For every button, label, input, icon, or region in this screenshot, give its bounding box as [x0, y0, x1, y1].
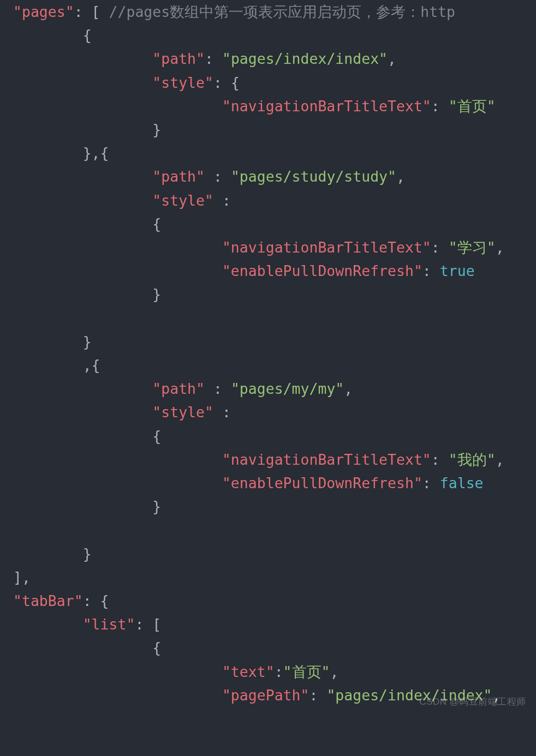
code-token: "text" [222, 663, 275, 680]
code-token: { [152, 639, 161, 656]
code-token: , [496, 451, 504, 468]
code-token: : [422, 475, 440, 491]
code-token: } [83, 545, 92, 562]
code-token: false [440, 475, 484, 491]
code-token: "tabBar" [13, 592, 83, 609]
code-token: , [492, 687, 501, 704]
code-token: } [83, 333, 92, 350]
code-line: "style": { [13, 74, 240, 91]
code-token: : [275, 663, 283, 680]
code-token: "navigationBarTitleText" [222, 98, 431, 115]
code-token: "pagePath" [222, 687, 309, 704]
code-token: : { [213, 74, 240, 91]
code-token: : [213, 192, 231, 209]
code-token: : [ [74, 3, 109, 20]
code-line: "path": "pages/index/index", [13, 50, 396, 67]
code-token: } [152, 286, 161, 303]
code-line: "path" : "pages/study/study", [13, 168, 405, 185]
code-token: "list" [83, 616, 135, 633]
code-token: "path" [152, 50, 205, 67]
code-token: : [309, 687, 326, 704]
code-token: },{ [83, 145, 109, 161]
code-line: "style" : [13, 404, 231, 421]
code-token: "enablePullDownRefresh" [222, 262, 422, 279]
code-line: { [13, 215, 161, 232]
code-token: : [431, 451, 449, 468]
code-token: "首页" [449, 98, 496, 115]
code-token: } [152, 498, 161, 515]
code-token: , [388, 50, 396, 67]
code-line: "pages": [ //pages数组中第一项表示应用启动页，参考：http [13, 3, 455, 20]
code-token: { [152, 428, 161, 445]
code-line: { [13, 27, 92, 44]
code-line: "list": [ [13, 616, 161, 633]
code-token: "path" [152, 380, 205, 397]
code-token: "navigationBarTitleText" [222, 451, 431, 468]
code-line: "enablePullDownRefresh": true [13, 262, 475, 279]
code-line: ,{ [13, 357, 100, 374]
code-token: "pages/my/my" [231, 380, 344, 397]
code-token: , [344, 380, 353, 397]
code-line: "enablePullDownRefresh": false [13, 475, 484, 491]
code-line: "pagePath": "pages/index/index", [13, 687, 501, 704]
code-line: } [13, 286, 161, 303]
code-token: "navigationBarTitleText" [222, 239, 431, 256]
code-token: , [330, 663, 339, 680]
code-token: : [422, 262, 440, 279]
code-token: "enablePullDownRefresh" [222, 475, 422, 491]
code-token: : [205, 380, 231, 397]
code-token: "style" [152, 74, 213, 91]
code-token: : [213, 404, 231, 421]
code-token: : [ [135, 616, 161, 633]
code-line: } [13, 121, 161, 138]
code-token: "pages/index/index" [326, 687, 492, 704]
code-line: },{ [13, 145, 109, 161]
code-token: : { [83, 592, 109, 609]
code-line: "navigationBarTitleText": "首页" [13, 98, 496, 115]
code-token: { [83, 27, 92, 44]
code-token: : [205, 168, 231, 185]
code-token: "我的" [449, 451, 496, 468]
code-token: ], [13, 569, 31, 586]
code-line: "tabBar": { [13, 592, 109, 609]
code-line: } [13, 545, 92, 562]
code-token: } [152, 121, 161, 138]
code-token: ,{ [83, 357, 100, 374]
code-line: "path" : "pages/my/my", [13, 380, 353, 397]
code-token: "学习" [449, 239, 496, 256]
code-line: "navigationBarTitleText": "学习", [13, 239, 504, 256]
code-line: ], [13, 569, 31, 586]
code-token: , [496, 239, 504, 256]
code-token: //pages数组中第一项表示应用启动页，参考：http [109, 3, 456, 20]
code-token: "path" [152, 168, 205, 185]
code-token: : [431, 239, 449, 256]
code-token: "pages/study/study" [231, 168, 396, 185]
code-token: true [440, 262, 475, 279]
code-line: { [13, 428, 161, 445]
code-token: "首页" [283, 663, 330, 680]
code-token: "pages/index/index" [222, 50, 388, 67]
code-line: } [13, 498, 161, 515]
code-line: } [13, 333, 92, 350]
code-line: "text":"首页", [13, 663, 339, 680]
code-token: "pages" [13, 3, 74, 20]
code-token: "style" [152, 404, 213, 421]
code-line: "style" : [13, 192, 231, 209]
code-line: "navigationBarTitleText": "我的", [13, 451, 504, 468]
code-token: : [205, 50, 222, 67]
code-line: { [13, 639, 161, 656]
code-token: : [431, 98, 449, 115]
code-token: "style" [152, 192, 213, 209]
code-block: "pages": [ //pages数组中第一项表示应用启动页，参考：http … [0, 0, 536, 707]
code-token: { [152, 215, 161, 232]
code-token: , [396, 168, 405, 185]
